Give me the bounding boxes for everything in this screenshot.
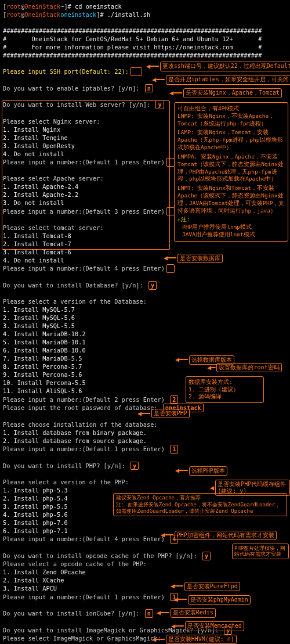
- note-memcached: ◀━━是否安装Memcached: [170, 621, 244, 631]
- note-redis: ◀━━是否安装Redis: [155, 608, 216, 617]
- q-ioncube: Do you want to install ionCube? [y/n]: n: [3, 609, 287, 618]
- note-imagick: PHP图片处理模块，网站代码有需求才安装: [232, 544, 289, 560]
- note-phpver: ◀━━选择PHP版本: [174, 466, 227, 476]
- shell-prompt-2: [root@OneinStack oneinstack]# ./install.…: [3, 10, 287, 19]
- shell-prompt-1: [root@OneinStack ~]# cd oneinstack: [3, 2, 287, 10]
- list-option: 3. Install MySQL-5.5: [3, 322, 287, 330]
- q-imagick-sel: Please select ImageMagick or GraphicsMag…: [3, 635, 287, 643]
- list-option: 4. Install MariaDB-10.2: [3, 330, 287, 339]
- q-db-binsrc-num: Please input a number:(Default 1 press E…: [3, 445, 287, 454]
- q-imagick: Do you want to install ImageMagick or Gr…: [3, 626, 287, 635]
- list-option: 2. Install MySQL-5.6: [3, 314, 287, 322]
- ans-db-num[interactable]: 2: [170, 395, 178, 404]
- ans-php[interactable]: y: [130, 462, 139, 470]
- list-option: 4. Do not install: [3, 256, 287, 264]
- list-option: 1. Install database from binary package.: [3, 429, 287, 437]
- note-web-modes: 可自由组合，有4种模式 LNMP: 安装Nginx，不安装Apache，Tomc…: [174, 102, 288, 242]
- q-opcode-sel: Please select a opcode cache of the PHP:: [3, 560, 287, 569]
- ans-opcode[interactable]: y: [202, 552, 211, 560]
- note-php: ◀━━是否安装PHP: [136, 409, 190, 418]
- note-ftp: ◀━━是否安装PureFtpd: [169, 582, 240, 591]
- note-db: ◀━━是否安装数据库: [162, 254, 223, 263]
- ans-ssh[interactable]: [130, 67, 142, 76]
- banner-line2: # For more information please visit http…: [3, 43, 287, 51]
- note-dbpwd: ◀━设置数据库的root密码: [206, 363, 282, 372]
- q-dbver: Please select a version of the Database:: [3, 298, 287, 306]
- list-option: 2. Install XCache: [3, 577, 287, 585]
- banner-border: ########################################…: [3, 51, 287, 59]
- list-option: 5. Install php-7.0: [3, 519, 287, 527]
- q-php: Do you want to install PHP? [y/n]: y: [3, 462, 287, 470]
- note-hhvm: ◀━━是否安装HHVM(建议: n): [151, 635, 237, 644]
- note-iptables: ◀━━是否开启iptables，如果安全组开启，可关闭: [151, 75, 290, 84]
- list-option: 7. Install MariaDB-5.5: [3, 355, 287, 363]
- note-ssh: ◀━━更改ssh端口号，建议默认22，过程出现Default可直接回车: [145, 62, 290, 71]
- q-db-binsrc: Please choose installation of the databa…: [3, 420, 287, 429]
- list-option: 1. Install MySQL-5.7: [3, 306, 287, 314]
- note-binsrc: 数据库安装方式: 1. 二进制（建议） 2. 源码编译: [186, 376, 264, 403]
- list-option: 1. Install Zend OPcache: [3, 569, 287, 577]
- note-ioncube: ◀━━PHP加密组件，网站代码有需求才安装: [160, 531, 277, 540]
- note-web: ◀━━是否安装Nginx，Apache，Tomcat: [168, 88, 282, 98]
- web-group-outline: [2, 100, 170, 250]
- ans-db-binsrc-num[interactable]: 1: [170, 445, 178, 454]
- list-option: 3. Install APCU: [3, 585, 287, 593]
- banner-line1: # OneinStack for CentOS/RedHat 5+ Debian…: [3, 35, 287, 43]
- list-option: 5. Install MariaDB-10.1: [3, 339, 287, 347]
- note-pma: ◀━━是否安装phpMyAdmin: [173, 595, 251, 605]
- list-option: 6. Install MariaDB-10.0: [3, 347, 287, 355]
- q-db: Do you want to install Database? [y/n]: …: [3, 281, 287, 290]
- ans-ioncube[interactable]: n: [145, 609, 153, 618]
- terminal-window[interactable]: [root@OneinStack ~]# cd oneinstack [root…: [0, 0, 290, 644]
- ans-iptables[interactable]: n: [145, 84, 153, 93]
- q-tomcat-num: Please input a number:(Default 4 press E…: [3, 264, 287, 273]
- ans-tomcat-num[interactable]: [166, 264, 175, 273]
- note-opcache-detail: 建议安装Zend Opcache，官方推荐 注: 如果选择安装Zend Opca…: [113, 493, 287, 516]
- list-option: 2. Install database from source package.: [3, 437, 287, 445]
- banner-border: ########################################…: [3, 27, 287, 35]
- ans-db[interactable]: y: [148, 281, 157, 290]
